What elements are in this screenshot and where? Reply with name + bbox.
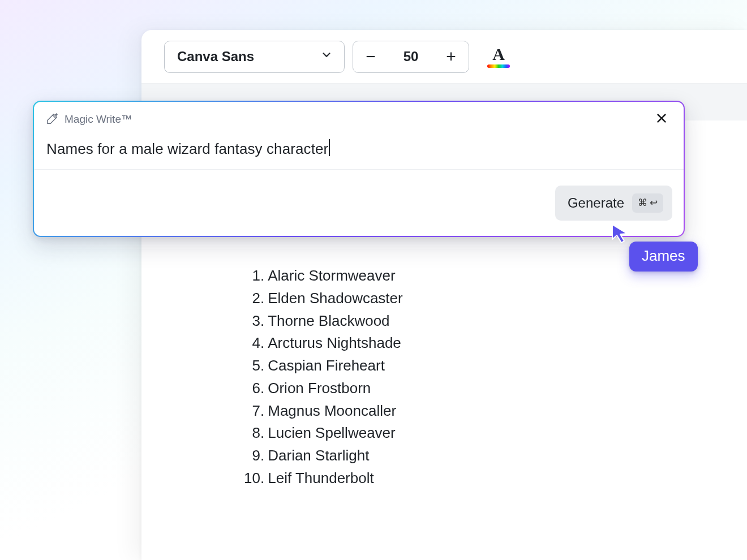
list-item-text: Thorne Blackwood [268,312,389,329]
list-item-text: Caspian Fireheart [268,357,385,374]
list-item-text: Orion Frostborn [268,380,371,397]
list-item-text: Darian Starlight [268,447,369,464]
list-item-text: Elden Shadowcaster [268,290,402,307]
collaborator-name-badge: James [629,242,698,272]
list-item-text: Leif Thunderbolt [268,469,374,486]
decrease-size-button[interactable]: − [361,48,380,65]
magic-write-footer: Generate ⌘ ↩ [34,170,684,236]
magic-write-header: Magic Write™ [34,102,684,129]
enter-icon: ↩ [650,197,658,209]
list-item: 3.Thorne Blackwood [241,310,403,333]
font-size-stepper: − 50 + [353,41,469,73]
list-item-text: Arcturus Nightshade [268,334,401,351]
text-caret [329,139,330,156]
list-item: 9.Darian Starlight [241,445,403,467]
text-color-button[interactable]: A [487,46,510,68]
text-toolbar: Canva Sans − 50 + A [141,30,747,84]
generated-results-list: 1.Alaric Stormweaver 2.Elden Shadowcaste… [241,265,403,490]
font-size-value[interactable]: 50 [394,49,428,64]
list-item-text: Magnus Mooncaller [268,402,396,419]
list-item: 1.Alaric Stormweaver [241,265,403,287]
chevron-down-icon [320,49,333,64]
list-item: 4.Arcturus Nightshade [241,332,403,355]
text-color-icon: A [492,46,505,63]
magic-write-panel: Magic Write™ Names for a male wizard fan… [33,101,685,237]
list-item: 2.Elden Shadowcaster [241,287,403,310]
list-item: 10.Leif Thunderbolt [241,467,403,490]
generate-button[interactable]: Generate ⌘ ↩ [555,186,672,221]
prompt-text: Names for a male wizard fantasy characte… [46,140,328,157]
close-button[interactable] [652,110,671,129]
list-item-text: Lucien Spellweaver [268,424,395,441]
list-item: 8.Lucien Spellweaver [241,422,403,445]
font-family-select[interactable]: Canva Sans [164,41,345,73]
list-item: 6.Orion Frostborn [241,377,403,400]
list-item: 7.Magnus Mooncaller [241,400,403,423]
magic-wand-icon [46,112,59,127]
shortcut-badge: ⌘ ↩ [632,193,663,213]
increase-size-button[interactable]: + [441,48,461,65]
color-swatch-bar [487,64,510,68]
list-item: 5.Caspian Fireheart [241,355,403,377]
generate-button-label: Generate [568,195,624,211]
collaborator-name: James [642,247,685,264]
magic-write-title: Magic Write™ [65,113,132,126]
magic-write-prompt-input[interactable]: Names for a male wizard fantasy characte… [34,129,684,170]
command-icon: ⌘ [638,197,647,209]
list-item-text: Alaric Stormweaver [268,267,395,284]
font-family-value: Canva Sans [177,49,254,64]
